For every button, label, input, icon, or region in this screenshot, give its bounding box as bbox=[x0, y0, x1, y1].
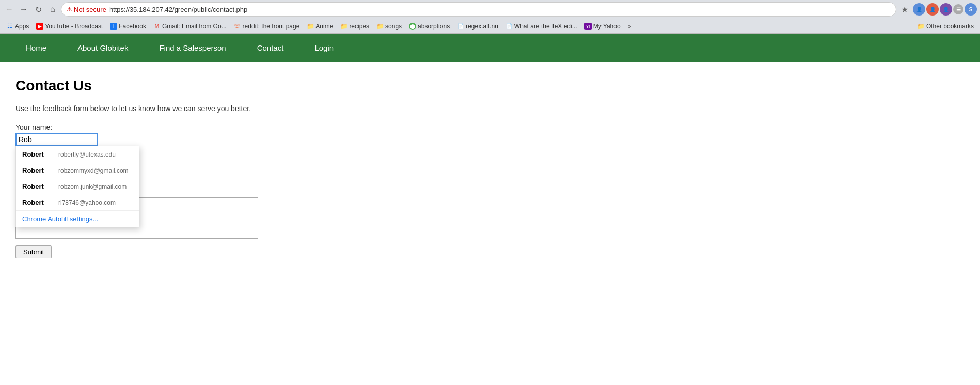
autofill-item-0[interactable]: Robert robertly@utexas.edu bbox=[16, 146, 139, 162]
tex-icon: 📄 bbox=[505, 23, 513, 30]
bookmark-songs-label: songs bbox=[385, 23, 402, 30]
profile-icon-4[interactable]: S bbox=[965, 3, 977, 16]
bookmark-yahoo[interactable]: Y! My Yahoo bbox=[581, 22, 624, 31]
profile-icon-1[interactable]: 👤 bbox=[913, 3, 925, 16]
bookmark-regex[interactable]: 📄 regex.alf.nu bbox=[454, 22, 501, 31]
bookmarks-bar: ☷ Apps ▶ YouTube - Broadcast f Facebook … bbox=[0, 19, 980, 33]
home-button[interactable]: ⌂ bbox=[46, 3, 59, 16]
reddit-icon: ☏ bbox=[234, 23, 241, 30]
address-bar[interactable]: ⚠ Not secure https://35.184.207.42/green… bbox=[61, 2, 896, 17]
autofill-item-1[interactable]: Robert robzommyxd@gmail.com bbox=[16, 162, 139, 178]
autofill-settings-link[interactable]: Chrome Autofill settings... bbox=[16, 210, 139, 227]
extensions-icon[interactable]: ☰ bbox=[953, 4, 963, 14]
name-input[interactable] bbox=[15, 133, 98, 146]
bookmark-absorptions-label: absorptions bbox=[418, 23, 450, 30]
bookmark-songs[interactable]: 📁 songs bbox=[373, 22, 405, 31]
apps-icon: ☷ bbox=[6, 23, 13, 30]
gmail-icon: M bbox=[153, 23, 161, 30]
page-subtitle: Use the feedback form below to let us kn… bbox=[15, 104, 965, 113]
nav-home[interactable]: Home bbox=[10, 34, 62, 62]
bookmark-anime[interactable]: 📁 Anime bbox=[304, 22, 336, 31]
youtube-icon: ▶ bbox=[36, 23, 43, 30]
bookmark-regex-label: regex.alf.nu bbox=[466, 23, 498, 30]
autofill-item-2[interactable]: Robert robzom.junk@gmail.com bbox=[16, 178, 139, 194]
nav-about[interactable]: About Globitek bbox=[62, 34, 144, 62]
nav-salesperson[interactable]: Find a Salesperson bbox=[144, 34, 241, 62]
autofill-name-1: Robert bbox=[22, 166, 53, 174]
autofill-name-0: Robert bbox=[22, 150, 53, 158]
autofill-email-0: robertly@utexas.edu bbox=[58, 151, 116, 158]
folder-icon-songs: 📁 bbox=[376, 23, 384, 30]
security-text: Not secure bbox=[74, 6, 106, 13]
bookmark-tex[interactable]: 📄 What are the TeX edi... bbox=[502, 22, 580, 31]
security-warning: ⚠ Not secure bbox=[67, 6, 106, 13]
bookmark-absorptions[interactable]: ⬤ absorptions bbox=[406, 22, 453, 31]
bookmark-recipes-label: recipes bbox=[349, 23, 369, 30]
bookmark-tex-label: What are the TeX edi... bbox=[514, 23, 577, 30]
bookmark-reddit-label: reddit: the front page bbox=[243, 23, 300, 30]
bookmark-youtube[interactable]: ▶ YouTube - Broadcast bbox=[33, 22, 106, 31]
warning-icon: ⚠ bbox=[67, 6, 72, 13]
yahoo-icon: Y! bbox=[584, 23, 592, 30]
bookmark-apps[interactable]: ☷ Apps bbox=[3, 22, 32, 31]
profile-icon-3[interactable]: 👤 bbox=[940, 3, 952, 16]
facebook-icon: f bbox=[110, 23, 117, 30]
message-area-wrapper bbox=[15, 197, 965, 240]
bookmarks-other-folder[interactable]: 📁 Other bookmarks bbox=[914, 22, 977, 31]
forward-button[interactable]: → bbox=[18, 3, 30, 16]
other-bookmarks-label: Other bookmarks bbox=[926, 23, 974, 30]
url-text: https://35.184.207.42/green/public/conta… bbox=[109, 6, 247, 13]
page-content: Contact Us Use the feedback form below t… bbox=[0, 62, 980, 274]
autofill-dropdown: Robert robertly@utexas.edu Robert robzom… bbox=[15, 146, 139, 227]
bookmark-anime-label: Anime bbox=[315, 23, 333, 30]
other-bookmarks-icon: 📁 bbox=[918, 23, 925, 30]
nav-login[interactable]: Login bbox=[299, 34, 349, 62]
regex-icon: 📄 bbox=[457, 23, 464, 30]
folder-icon-anime: 📁 bbox=[307, 23, 314, 30]
bookmark-youtube-label: YouTube - Broadcast bbox=[45, 23, 103, 30]
autofill-email-3: rl78746@yahoo.com bbox=[58, 199, 116, 206]
reload-button[interactable]: ↻ bbox=[32, 3, 44, 16]
page-title: Contact Us bbox=[15, 78, 965, 94]
bookmark-star-button[interactable]: ★ bbox=[898, 3, 911, 16]
back-button[interactable]: ← bbox=[3, 3, 15, 16]
autocomplete-wrapper: Robert robertly@utexas.edu Robert robzom… bbox=[15, 133, 98, 146]
folder-icon-recipes: 📁 bbox=[340, 23, 347, 30]
autofill-email-1: robzommyxd@gmail.com bbox=[58, 167, 129, 174]
bookmark-gmail-label: Gmail: Email from Go... bbox=[162, 23, 227, 30]
profile-icons: 👤 👤 👤 ☰ S bbox=[913, 3, 977, 16]
bookmark-recipes[interactable]: 📁 recipes bbox=[337, 22, 372, 31]
bookmark-facebook-label: Facebook bbox=[119, 23, 146, 30]
autofill-email-2: robzom.junk@gmail.com bbox=[58, 183, 127, 190]
browser-toolbar: ← → ↻ ⌂ ⚠ Not secure https://35.184.207.… bbox=[0, 0, 980, 19]
bookmarks-more-button[interactable]: » bbox=[626, 22, 634, 31]
nav-contact[interactable]: Contact bbox=[242, 34, 299, 62]
absorptions-icon: ⬤ bbox=[409, 23, 416, 30]
browser-chrome: ← → ↻ ⌂ ⚠ Not secure https://35.184.207.… bbox=[0, 0, 980, 34]
site-nav: Home About Globitek Find a Salesperson C… bbox=[0, 34, 980, 62]
bookmark-yahoo-label: My Yahoo bbox=[593, 23, 621, 30]
autofill-item-3[interactable]: Robert rl78746@yahoo.com bbox=[16, 194, 139, 210]
bookmark-apps-label: Apps bbox=[15, 23, 29, 30]
contact-form: Your name: Robert robertly@utexas.edu Ro… bbox=[15, 123, 965, 258]
bookmark-facebook[interactable]: f Facebook bbox=[107, 22, 149, 31]
name-label: Your name: bbox=[15, 123, 965, 131]
bookmark-gmail[interactable]: M Gmail: Email from Go... bbox=[150, 22, 230, 31]
profile-icon-2[interactable]: 👤 bbox=[926, 3, 939, 16]
autofill-name-3: Robert bbox=[22, 198, 53, 206]
autofill-name-2: Robert bbox=[22, 182, 53, 190]
submit-button[interactable]: Submit bbox=[15, 245, 52, 258]
bookmark-reddit[interactable]: ☏ reddit: the front page bbox=[231, 22, 303, 31]
